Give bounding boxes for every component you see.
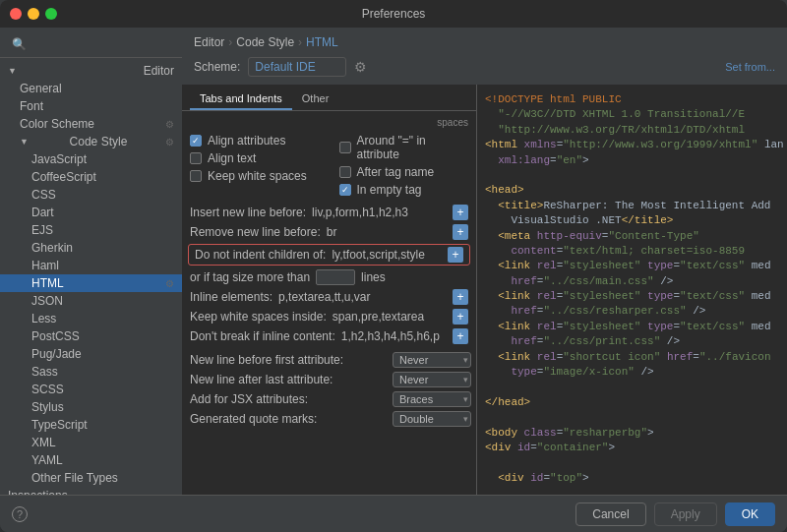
sidebar-item-postcss[interactable]: PostCSS (0, 327, 182, 345)
titlebar: Preferences (0, 0, 787, 28)
sidebar-item-gherkin[interactable]: Gherkin (0, 239, 182, 257)
align-attributes-row: Align attributes (182, 132, 328, 149)
settings-panel: Tabs and Indents Other spaces Align attr… (182, 85, 477, 495)
code-line: xml:lang="en"> (485, 153, 779, 168)
scheme-row: Scheme: Default IDE ⚙ Set from... (194, 57, 775, 77)
sidebar-item-code-style[interactable]: ▼Code Style⚙ (0, 133, 182, 150)
in-empty-tag-cb[interactable] (339, 184, 351, 196)
or-if-tag-row: or if tag size more than lines (182, 267, 476, 287)
sidebar-item-inspections[interactable]: Inspections (0, 487, 182, 495)
sidebar-item-label-postcss: PostCSS (31, 329, 80, 343)
after-tag-row: After tag name (332, 163, 477, 181)
inline-elements-value: p,textarea,tt,u,var (278, 290, 447, 304)
sidebar-item-less[interactable]: Less (0, 310, 182, 327)
code-line: <link rel="stylesheet" type="text/css" m… (485, 289, 779, 304)
sidebar-item-label-css: CSS (31, 188, 56, 202)
do-not-indent-value: ly,tfoot,script,style (332, 248, 442, 262)
sidebar-item-color-scheme[interactable]: Color Scheme⚙ (0, 115, 182, 133)
cancel-button[interactable]: Cancel (575, 502, 645, 526)
main-content: 🔍 ▼EditorGeneralFontColor Scheme⚙▼Code S… (0, 28, 787, 495)
sidebar-item-general[interactable]: General (0, 80, 182, 97)
code-line: type="image/x-icon" /> (485, 365, 779, 380)
sidebar-item-label-sass: Sass (31, 365, 58, 379)
sidebar-item-label-editor: Editor (144, 64, 174, 78)
sidebar-item-stylus[interactable]: Stylus (0, 398, 182, 416)
help-button[interactable]: ? (12, 506, 28, 522)
insert-new-line-label: Insert new line before: (190, 206, 306, 219)
do-not-indent-plus[interactable]: + (448, 247, 463, 263)
sidebar-item-editor[interactable]: ▼Editor (0, 62, 182, 80)
keep-white-spaces-label: Keep white spaces (208, 169, 307, 183)
sidebar-item-label-scss: SCSS (31, 383, 64, 396)
sidebar-item-scss[interactable]: SCSS (0, 381, 182, 398)
sidebar-item-label-haml: Haml (31, 259, 59, 272)
set-from-link[interactable]: Set from... (725, 61, 775, 73)
keep-white-spaces-cb[interactable] (190, 170, 202, 182)
code-line: "http://www.w3.org/TR/xhtml1/DTD/xhtml (485, 123, 779, 138)
code-line: VisualStudio .NET</title> (485, 213, 779, 228)
checkboxes-section: Align attributes Align text Keep white s… (182, 132, 476, 199)
sidebar-item-html[interactable]: HTML⚙ (0, 274, 182, 292)
do-not-indent-highlighted: Do not indent children of: ly,tfoot,scri… (188, 244, 470, 266)
minimize-button[interactable] (28, 8, 39, 20)
right-panel: Editor › Code Style › HTML Scheme: Defau… (182, 28, 787, 495)
code-line: </head> (485, 395, 779, 410)
new-line-last-attr-select[interactable]: Never (393, 372, 471, 387)
sidebar-item-label-typescript: TypeScript (31, 418, 88, 432)
generated-quote-marks-label: Generated quote marks: (190, 412, 387, 426)
sidebar-item-other-file-types[interactable]: Other File Types (0, 469, 182, 487)
sidebar-item-label-html: HTML (31, 276, 64, 290)
sidebar-item-xml[interactable]: XML (0, 434, 182, 451)
code-line (485, 380, 779, 394)
sidebar-item-pug-jade[interactable]: Pug/Jade (0, 345, 182, 363)
sidebar-item-haml[interactable]: Haml (0, 257, 182, 274)
sidebar-item-ejs[interactable]: EJS (0, 221, 182, 239)
preferences-window: Preferences 🔍 ▼EditorGeneralFontColor Sc… (0, 0, 787, 532)
sidebar-item-javascript[interactable]: JavaScript (0, 150, 182, 168)
inline-elements-plus[interactable]: + (453, 289, 468, 305)
new-line-last-attr-label: New line after last attribute: (190, 373, 387, 386)
after-tag-cb[interactable] (339, 166, 351, 178)
after-tag-label: After tag name (357, 165, 435, 179)
sidebar-item-typescript[interactable]: TypeScript (0, 416, 182, 434)
apply-button[interactable]: Apply (654, 502, 717, 526)
tab-other[interactable]: Other (292, 89, 339, 110)
tab-tabs-indents[interactable]: Tabs and Indents (190, 89, 292, 110)
code-line: <link rel="stylesheet" type="text/css" m… (485, 259, 779, 273)
close-button[interactable] (10, 8, 22, 20)
scheme-gear-icon[interactable]: ⚙ (354, 59, 367, 75)
window-title: Preferences (362, 7, 426, 21)
window-controls (10, 8, 57, 20)
scheme-select[interactable]: Default IDE (248, 57, 346, 77)
keep-white-spaces-inside-plus[interactable]: + (453, 309, 468, 325)
sidebar-item-font[interactable]: Font (0, 97, 182, 115)
checkboxes-left: Align attributes Align text Keep white s… (182, 132, 328, 199)
sidebar-item-label-stylus: Stylus (31, 400, 64, 414)
sidebar-item-json[interactable]: JSON (0, 292, 182, 310)
ok-button[interactable]: OK (725, 502, 775, 526)
new-line-first-attr-select[interactable]: Never (393, 352, 471, 368)
new-line-last-attr-row: New line after last attribute: Never ▾ (182, 370, 476, 389)
code-line: href="../css/resharper.css" /> (485, 304, 779, 319)
maximize-button[interactable] (45, 8, 57, 20)
sidebar-item-yaml[interactable]: YAML (0, 451, 182, 469)
add-jsx-attrs-select[interactable]: Braces (393, 391, 471, 407)
insert-new-line-plus[interactable]: + (453, 205, 468, 220)
sidebar-item-dart[interactable]: Dart (0, 204, 182, 221)
align-attributes-cb[interactable] (190, 135, 202, 147)
sidebar-item-css[interactable]: CSS (0, 186, 182, 204)
around-attr-cb[interactable] (339, 142, 351, 153)
scheme-label: Scheme: (194, 60, 240, 74)
remove-new-line-plus[interactable]: + (453, 224, 468, 240)
sidebar-item-label-javascript: JavaScript (31, 152, 87, 166)
generated-quote-marks-select[interactable]: Double (393, 411, 471, 427)
search-bar[interactable]: 🔍 (0, 31, 182, 58)
dont-break-plus[interactable]: + (453, 328, 468, 344)
sidebar: 🔍 ▼EditorGeneralFontColor Scheme⚙▼Code S… (0, 28, 182, 495)
align-text-cb[interactable] (190, 152, 202, 164)
or-if-tag-input[interactable] (316, 269, 355, 285)
breadcrumb-html: HTML (306, 35, 338, 49)
sidebar-item-sass[interactable]: Sass (0, 363, 182, 381)
code-line: href="../css/main.css" /> (485, 274, 779, 289)
sidebar-item-coffeescript[interactable]: CoffeeScript (0, 168, 182, 186)
